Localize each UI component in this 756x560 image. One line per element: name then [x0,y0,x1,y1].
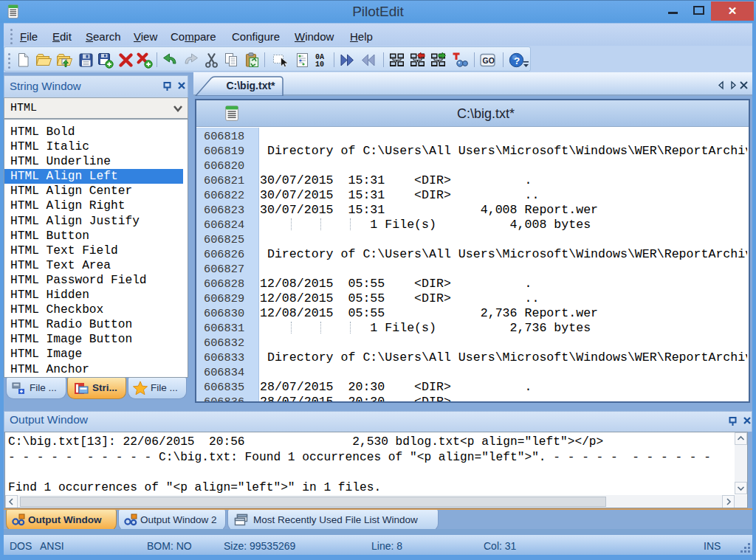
svg-text:?: ? [514,55,520,66]
svg-text:GO: GO [483,56,495,65]
svg-text:10: 10 [315,61,324,69]
